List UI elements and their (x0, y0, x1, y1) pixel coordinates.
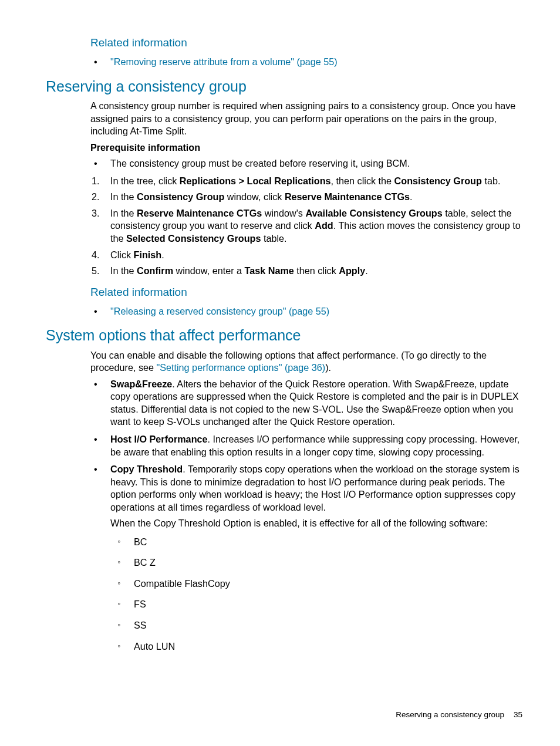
step-1: In the tree, click Replications > Local … (90, 175, 522, 188)
step-3: In the Reserve Maintenance CTGs window's… (90, 207, 522, 245)
heading-system-options: System options that affect performance (38, 326, 522, 345)
related-list-2: "Releasing a reserved consistency group"… (90, 305, 522, 318)
procedure-steps: In the tree, click Replications > Local … (90, 175, 522, 278)
page-number: 35 (514, 710, 522, 719)
list-item: "Removing reserve attribute from a volum… (90, 56, 522, 69)
copy-threshold-sub: When the Copy Threshold Option is enable… (110, 517, 522, 530)
option-swap-freeze: Swap&Freeze. Alters the behavior of the … (90, 378, 522, 428)
related-list-1: "Removing reserve attribute from a volum… (90, 56, 522, 69)
step-2: In the Consistency Group window, click R… (90, 191, 522, 204)
software-item: FS (110, 598, 522, 611)
software-item: Auto LUN (110, 640, 522, 653)
page-footer: Reserving a consistency group35 (396, 710, 522, 720)
link-setting-performance[interactable]: "Setting performance options" (page 36) (156, 362, 325, 373)
prereq-list: The consistency group must be created be… (90, 157, 522, 170)
system-options-intro: You can enable and disable the following… (90, 349, 522, 374)
software-item: BC Z (110, 556, 522, 569)
heading-related-info-1: Related information (38, 35, 522, 50)
document-page: Related information "Removing reserve at… (0, 0, 560, 746)
software-item: SS (110, 619, 522, 632)
list-item: "Releasing a reserved consistency group"… (90, 305, 522, 318)
option-copy-threshold: Copy Threshold. Temporarily stops copy o… (90, 463, 522, 653)
step-4: Click Finish. (90, 249, 522, 262)
heading-reserving-group: Reserving a consistency group (38, 77, 522, 96)
link-release-reserved[interactable]: "Releasing a reserved consistency group"… (110, 306, 329, 316)
intro-paragraph: A consistency group number is required w… (90, 100, 522, 138)
footer-text: Reserving a consistency group (396, 710, 504, 719)
step-5: In the Confirm window, enter a Task Name… (90, 265, 522, 278)
link-remove-reserve[interactable]: "Removing reserve attribute from a volum… (110, 56, 338, 67)
software-list: BC BC Z Compatible FlashCopy FS SS Auto … (110, 536, 522, 653)
options-list: Swap&Freeze. Alters the behavior of the … (90, 378, 522, 653)
list-item: The consistency group must be created be… (90, 157, 522, 170)
software-item: Compatible FlashCopy (110, 578, 522, 590)
prereq-label: Prerequisite information (90, 141, 522, 154)
heading-related-info-2: Related information (38, 285, 522, 299)
option-host-io: Host I/O Performance. Increases I/O perf… (90, 433, 522, 458)
software-item: BC (110, 536, 522, 549)
